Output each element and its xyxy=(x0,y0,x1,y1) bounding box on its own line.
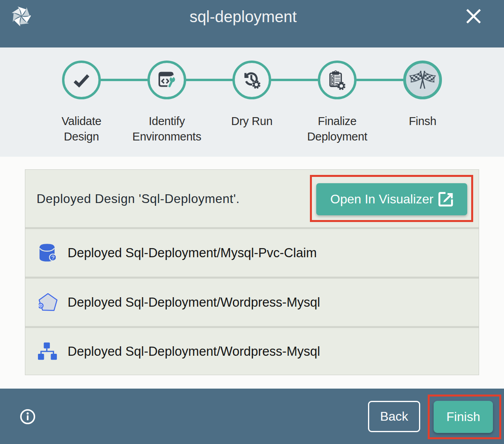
svg-text:?: ? xyxy=(51,254,55,261)
